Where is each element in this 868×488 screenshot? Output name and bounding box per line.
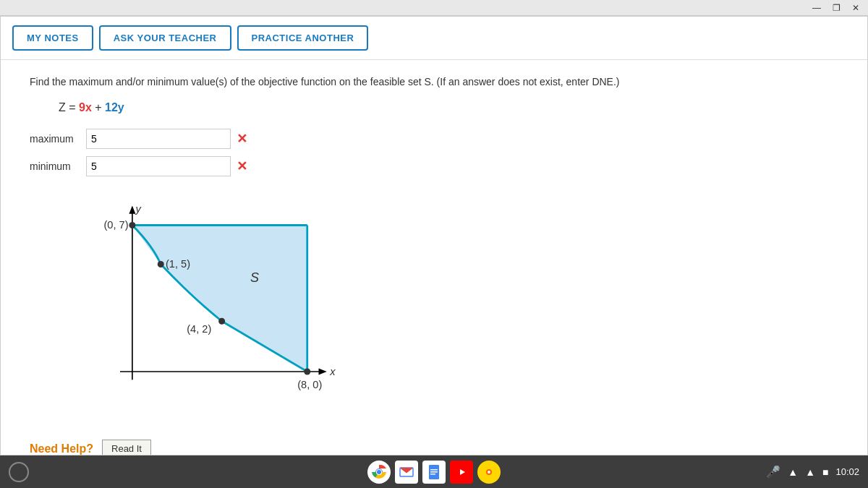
- point-0-7: [129, 222, 135, 228]
- graph-container: (0, 7) (1, 5) (4, 2) (8, 0) x y S: [88, 191, 348, 422]
- x-axis-label: x: [329, 366, 336, 377]
- label-4-2: (4, 2): [187, 323, 211, 335]
- network-icon: ▲: [788, 466, 798, 478]
- maximum-x-icon[interactable]: ✕: [237, 131, 247, 147]
- taskbar-apps: [367, 461, 501, 484]
- wifi-icon: ▲: [805, 466, 815, 478]
- minimum-input[interactable]: [86, 156, 231, 176]
- taskbar-left: [9, 462, 29, 482]
- point-1-5: [158, 261, 164, 267]
- need-help-section: Need Help? Read It: [30, 440, 838, 455]
- restore-button[interactable]: ❐: [830, 3, 843, 13]
- point-8-0: [304, 369, 310, 375]
- gmail-icon[interactable]: [395, 461, 418, 484]
- svg-point-13: [488, 471, 490, 474]
- minimize-button[interactable]: —: [809, 3, 824, 13]
- eq-plus: +: [92, 101, 105, 114]
- toolbar: MY NOTES ASK YOUR TEACHER PRACTICE ANOTH…: [1, 17, 867, 60]
- svg-point-2: [377, 470, 381, 474]
- main-container: MY NOTES ASK YOUR TEACHER PRACTICE ANOTH…: [0, 16, 868, 455]
- point-4-2: [218, 318, 225, 325]
- close-button[interactable]: ✕: [849, 3, 862, 13]
- my-notes-button[interactable]: MY NOTES: [12, 25, 93, 51]
- practice-another-button[interactable]: PRACTICE ANOTHER: [237, 25, 369, 51]
- content-area: Find the maximum and/or minimum value(s)…: [1, 60, 867, 455]
- minimum-x-icon[interactable]: ✕: [237, 158, 247, 174]
- svg-rect-7: [430, 471, 438, 473]
- region-s-label: S: [250, 270, 259, 285]
- mic-icon[interactable]: 🎤: [766, 465, 780, 479]
- title-bar: — ❐ ✕: [0, 0, 868, 16]
- docs-icon[interactable]: [422, 461, 446, 484]
- read-it-button[interactable]: Read It: [102, 440, 151, 455]
- svg-rect-6: [430, 469, 438, 471]
- battery-icon: ■: [822, 466, 828, 478]
- maximum-row: maximum ✕: [30, 129, 838, 149]
- youtube-icon[interactable]: [450, 461, 473, 484]
- chrome-icon[interactable]: [367, 461, 391, 484]
- y-axis-label: y: [135, 203, 142, 215]
- graph-svg: (0, 7) (1, 5) (4, 2) (8, 0) x y S: [88, 191, 348, 422]
- minimum-label: minimum: [30, 160, 80, 172]
- label-0-7: (0, 7): [104, 219, 129, 231]
- label-1-5: (1, 5): [166, 258, 190, 270]
- maximum-input[interactable]: [86, 129, 231, 149]
- maximum-label: maximum: [30, 133, 80, 145]
- svg-rect-8: [430, 474, 435, 475]
- eq-z-label: Z =: [59, 101, 79, 114]
- minimum-row: minimum ✕: [30, 156, 838, 176]
- taskbar-time: 10:02: [835, 466, 859, 477]
- radio-icon[interactable]: [477, 461, 501, 484]
- ask-teacher-button[interactable]: ASK YOUR TEACHER: [99, 25, 231, 51]
- label-8-0: (8, 0): [297, 379, 322, 390]
- problem-text: Find the maximum and/or minimum value(s)…: [30, 74, 838, 90]
- eq-part1: 9x: [79, 101, 92, 114]
- taskbar-circle: [9, 462, 29, 482]
- need-help-text: Need Help?: [30, 442, 93, 455]
- x-axis-arrow: [319, 369, 327, 375]
- taskbar-right: 🎤 ▲ ▲ ■ 10:02: [766, 465, 859, 479]
- y-axis-arrow: [129, 206, 135, 214]
- feasible-region: [132, 226, 307, 372]
- eq-part2: 12y: [105, 101, 124, 114]
- window-controls: — ❐ ✕: [809, 3, 862, 13]
- equation: Z = 9x + 12y: [59, 101, 838, 114]
- taskbar: 🎤 ▲ ▲ ■ 10:02: [0, 455, 868, 488]
